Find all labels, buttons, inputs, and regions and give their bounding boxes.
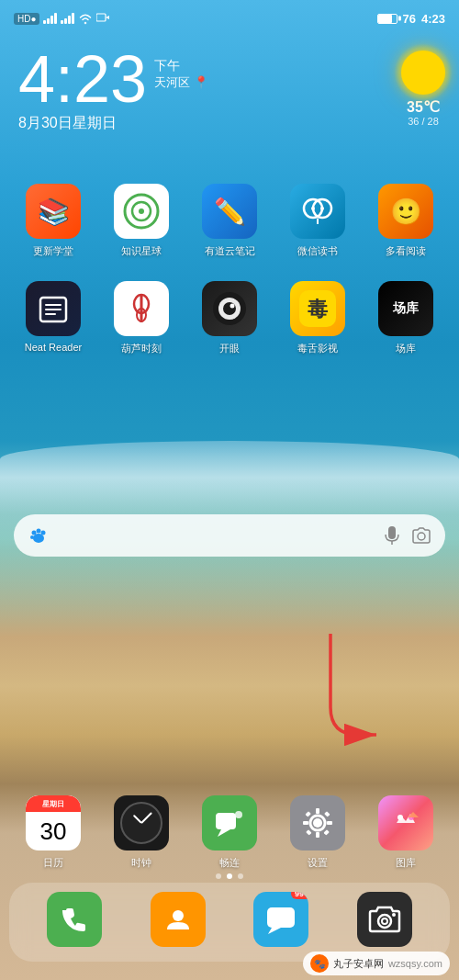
- svg-point-45: [378, 915, 391, 928]
- battery-percent: 76: [403, 12, 416, 26]
- app-weixin-read[interactable]: 微信读书: [281, 184, 354, 258]
- app-messages[interactable]: 99+: [244, 892, 318, 952]
- app-icon-changlian: [202, 795, 257, 850]
- screen-record-icon: [96, 13, 109, 24]
- time-display: 4:23 下午 天河区 📍 8月30日星期日: [18, 46, 208, 133]
- app-gengxin[interactable]: 📚 更新学堂: [17, 184, 90, 258]
- status-right: 76 4:23: [377, 12, 446, 26]
- kaiyan-logo: [211, 290, 248, 327]
- app-icon-phone: [47, 892, 102, 947]
- svg-point-8: [320, 207, 324, 210]
- watermark-text: 丸子安卓网: [333, 957, 384, 971]
- app-row-1: 📚 更新学堂 知识星球 ✏️ 有道云笔记: [9, 184, 450, 258]
- app-camera[interactable]: [348, 892, 421, 952]
- mic-icon[interactable]: [384, 525, 400, 546]
- neat-reader-logo: [37, 292, 70, 325]
- app-zhishi[interactable]: 知识星球: [105, 184, 178, 258]
- svg-point-46: [382, 918, 387, 924]
- svg-rect-35: [323, 829, 329, 835]
- phone-icon: [61, 906, 88, 933]
- app-grid: 📚 更新学堂 知识星球 ✏️ 有道云笔记: [0, 184, 459, 378]
- svg-marker-27: [218, 829, 230, 837]
- app-icon-youdao: ✏️: [202, 184, 257, 239]
- app-label-changlian: 畅连: [219, 856, 240, 870]
- app-label-hulu: 葫芦时刻: [121, 342, 162, 355]
- wifi-icon: [78, 12, 93, 25]
- time-location: 天河区 📍: [154, 75, 208, 91]
- app-neat-reader[interactable]: Neat Reader: [17, 281, 90, 355]
- app-label-clock: 时钟: [131, 856, 151, 870]
- search-icons: [384, 525, 431, 546]
- svg-point-20: [41, 531, 46, 535]
- status-left: HD●: [14, 12, 109, 25]
- app-label-duokan: 多看阅读: [386, 244, 426, 258]
- hulu-logo: [124, 291, 159, 326]
- app-hulu[interactable]: 葫芦时刻: [105, 281, 178, 355]
- app-calendar[interactable]: 星期日 30 日历: [17, 795, 90, 870]
- search-bar[interactable]: [14, 514, 445, 557]
- app-icon-messages: 99+: [253, 892, 308, 947]
- app-label-tuishe: 毒舌影视: [297, 342, 338, 355]
- svg-text:毒: 毒: [308, 298, 329, 321]
- app-contacts[interactable]: [141, 892, 215, 952]
- app-icon-tuishe: 毒: [290, 281, 345, 336]
- battery-fill: [378, 15, 392, 23]
- app-label-settings: 设置: [308, 856, 328, 870]
- app-kaiyan[interactable]: 开眼: [193, 281, 266, 355]
- app-icon-settings: [290, 795, 345, 850]
- clock-face: [120, 802, 162, 844]
- dock-area: 星期日 30 日历 时钟 畅连: [0, 795, 459, 870]
- svg-rect-43: [267, 907, 295, 928]
- bottom-dock: 99+: [0, 883, 459, 962]
- svg-rect-31: [316, 832, 319, 838]
- changlian-logo: [212, 805, 247, 840]
- page-dot-2: [227, 873, 232, 879]
- app-icon-zhishi: [114, 184, 169, 239]
- svg-rect-34: [305, 811, 310, 817]
- svg-rect-26: [216, 813, 236, 829]
- dock-bar: 99+: [9, 883, 450, 962]
- dock-row: 星期日 30 日历 时钟 畅连: [9, 795, 450, 870]
- status-time: 4:23: [421, 12, 445, 26]
- app-label-zhishi: 知识星球: [121, 244, 162, 258]
- page-dots: [216, 873, 243, 879]
- svg-point-25: [418, 533, 425, 540]
- svg-marker-40: [408, 812, 419, 817]
- svg-point-42: [173, 910, 184, 921]
- page-dot-3: [238, 873, 243, 879]
- app-tuishe[interactable]: 毒 毒舌影视: [281, 281, 354, 355]
- svg-point-15: [230, 304, 235, 309]
- app-label-gallery: 图库: [396, 856, 416, 870]
- app-phone[interactable]: [38, 892, 111, 952]
- app-clock[interactable]: 时钟: [105, 795, 178, 870]
- app-icon-neat: [26, 281, 81, 336]
- app-changku[interactable]: 场库 场库: [369, 281, 442, 355]
- camera-search-icon[interactable]: [411, 527, 431, 544]
- app-icon-camera: [357, 892, 412, 947]
- svg-rect-33: [327, 821, 332, 825]
- cal-date: 30: [40, 812, 67, 850]
- app-changlian[interactable]: 畅连: [193, 795, 266, 870]
- app-settings[interactable]: 设置: [281, 795, 354, 870]
- date-line: 8月30日星期日: [18, 114, 208, 133]
- weather-range: 36 / 28: [401, 116, 445, 127]
- svg-point-29: [313, 818, 322, 828]
- tuishe-logo: 毒: [299, 290, 336, 327]
- svg-point-19: [37, 529, 41, 534]
- watermark-url: wzsqsy.com: [388, 958, 442, 969]
- svg-point-18: [32, 531, 37, 535]
- app-duokan[interactable]: 🙂 多看阅读: [369, 184, 442, 258]
- app-label-kaiyan: 开眼: [219, 342, 240, 355]
- messages-icon: [264, 903, 297, 936]
- app-label-weixin-read: 微信读书: [297, 244, 338, 258]
- app-label-youdao: 有道云笔记: [205, 244, 255, 258]
- camera-icon: [368, 906, 401, 933]
- app-icon-duokan: 🙂: [378, 184, 433, 239]
- watermark: 🐾 丸子安卓网 wzsqsy.com: [303, 952, 450, 975]
- app-youdao[interactable]: ✏️ 有道云笔记: [193, 184, 266, 258]
- svg-rect-23: [388, 526, 396, 539]
- app-gallery[interactable]: 图库: [369, 795, 442, 870]
- cal-header: 星期日: [26, 795, 81, 812]
- zhishi-logo: [123, 193, 160, 230]
- messages-badge: 99+: [291, 892, 308, 899]
